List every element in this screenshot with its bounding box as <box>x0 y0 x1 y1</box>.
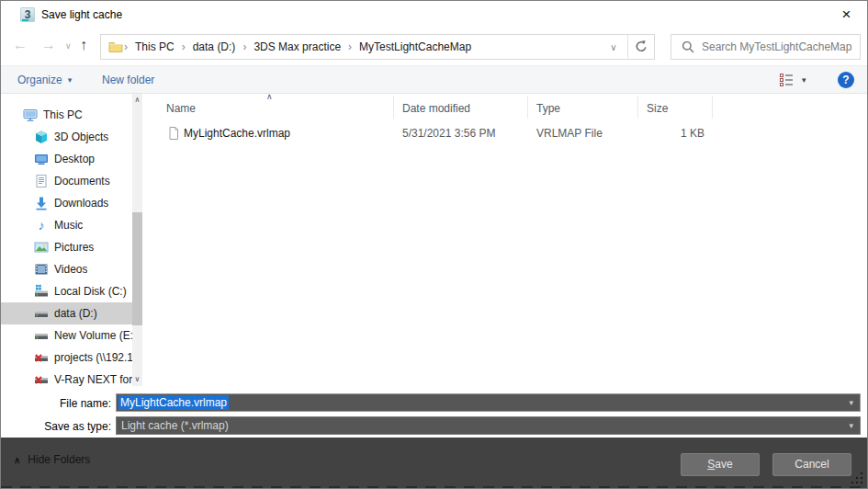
picture-icon <box>34 240 49 255</box>
column-header-name[interactable]: Name <box>166 97 387 119</box>
sidebar-item-data-d[interactable]: data (D:) <box>1 302 132 324</box>
sidebar-item-label: Music <box>54 219 83 232</box>
document-icon <box>34 174 49 188</box>
file-name-label: File name: <box>24 397 111 410</box>
back-icon[interactable]: ← <box>13 36 28 54</box>
organize-label: Organize <box>17 74 62 86</box>
file-name-value: MyLightCache.vrlmap <box>118 395 229 410</box>
video-icon <box>34 262 49 277</box>
column-separator[interactable] <box>712 97 713 119</box>
file-name-dropdown-icon[interactable]: ▾ <box>849 398 853 407</box>
title-bar: 3 Save light cache × <box>1 1 867 28</box>
column-header-type[interactable]: Type <box>536 97 632 119</box>
save-as-type-label: Save as type: <box>24 420 111 433</box>
sidebar-item-label: This PC <box>43 108 83 121</box>
file-row[interactable]: MyLightCache.vrlmap 5/31/2021 3:56 PM VR… <box>1 123 868 143</box>
window-title: Save light cache <box>41 8 122 21</box>
chevron-up-icon: ∧ <box>14 455 20 465</box>
new-folder-label: New folder <box>102 74 154 86</box>
column-separator[interactable] <box>393 97 394 119</box>
breadcrumb-mytestlightcachemap[interactable]: MyTestLightCacheMap <box>353 40 478 53</box>
resize-grip[interactable] <box>861 482 862 483</box>
bottom-edge-dashes <box>1 486 867 488</box>
sidebar-item-label: V-Ray NEXT for <box>54 373 132 386</box>
music-note-icon: ♪ <box>34 218 49 233</box>
drive-icon <box>34 306 49 321</box>
save-light-cache-dialog: 3 Save light cache × ← → ∨ ↑ › This PC ›… <box>0 0 868 489</box>
column-separator[interactable] <box>527 97 528 119</box>
hide-folders-label: Hide Folders <box>28 453 90 466</box>
address-bar[interactable]: › This PC › data (D:) › 3DS Max practice… <box>100 34 655 60</box>
column-separator[interactable] <box>637 97 638 119</box>
save-button[interactable]: Save <box>681 453 760 476</box>
sidebar-item-label: Pictures <box>54 241 94 254</box>
column-header-size[interactable]: Size <box>647 97 707 119</box>
scroll-down-icon[interactable]: ∨ <box>132 373 142 386</box>
sidebar-item-label: data (D:) <box>54 307 97 320</box>
column-header-date-modified[interactable]: Date modified <box>402 97 522 119</box>
sidebar-item-label: projects (\\192.1 <box>54 351 132 364</box>
save-as-type-select[interactable]: Light cache (*.vrlmap) ▾ <box>116 416 861 435</box>
disconnected-network-drive-icon <box>34 350 49 365</box>
folder-icon <box>108 40 123 54</box>
computer-icon <box>23 108 38 122</box>
organize-button[interactable]: Organize ▾ <box>12 66 77 93</box>
scrollbar-thumb[interactable] <box>132 212 142 325</box>
sidebar-item-label: Desktop <box>54 153 95 165</box>
search-icon <box>682 40 694 53</box>
scroll-up-icon[interactable]: ∧ <box>132 94 142 107</box>
search-box[interactable] <box>671 34 861 60</box>
up-icon[interactable]: ↑ <box>80 36 87 54</box>
details-view-icon[interactable] <box>780 74 794 86</box>
sidebar-item-music[interactable]: ♪ Music <box>1 214 132 236</box>
sidebar-item-desktop[interactable]: Desktop <box>1 148 132 170</box>
forward-icon[interactable]: → <box>41 36 56 54</box>
views-dropdown-icon[interactable]: ▾ <box>802 75 806 85</box>
sidebar-item-local-disk-c[interactable]: Local Disk (C:) <box>1 280 132 302</box>
search-input[interactable] <box>702 40 860 53</box>
system-drive-icon <box>34 284 49 299</box>
sidebar-item-pictures[interactable]: Pictures <box>1 236 132 258</box>
close-icon[interactable]: × <box>826 1 867 28</box>
desktop-icon <box>34 152 49 166</box>
sidebar-item-downloads[interactable]: Downloads <box>1 192 132 214</box>
disconnected-network-drive-icon <box>34 372 49 387</box>
file-type: VRLMAP File <box>536 123 603 143</box>
sidebar-item-projects-network-drive[interactable]: projects (\\192.1 <box>1 347 132 369</box>
drive-icon <box>34 328 49 343</box>
sidebar-item-documents[interactable]: Documents <box>1 170 132 192</box>
file-name-input[interactable]: MyLightCache.vrlmap ▾ <box>116 393 861 412</box>
cancel-button[interactable]: Cancel <box>772 453 851 476</box>
download-arrow-icon <box>34 196 49 210</box>
file-size: 1 KB <box>638 123 705 143</box>
hide-folders-button[interactable]: ∧ Hide Folders <box>14 453 90 466</box>
file-name: MyLightCache.vrlmap <box>184 123 290 143</box>
file-date-modified: 5/31/2021 3:56 PM <box>402 123 495 143</box>
help-icon[interactable]: ? <box>838 72 854 88</box>
recent-locations-chevron-icon[interactable]: ∨ <box>65 41 72 51</box>
sidebar-item-label: Local Disk (C:) <box>54 285 127 298</box>
breadcrumb-this-pc[interactable]: This PC <box>129 40 181 53</box>
new-folder-button[interactable]: New folder <box>96 66 160 93</box>
sidebar-item-label: New Volume (E:) <box>54 329 132 342</box>
file-icon <box>166 123 181 143</box>
breadcrumb-3ds-max-practice[interactable]: 3DS Max practice <box>247 40 347 53</box>
organize-dropdown-icon: ▾ <box>68 75 73 85</box>
sidebar-item-label: Videos <box>54 263 87 276</box>
address-dropdown-icon[interactable]: ∨ <box>600 42 627 52</box>
breadcrumb-data-d[interactable]: data (D:) <box>186 40 242 53</box>
sidebar-item-label: Downloads <box>54 197 108 210</box>
sidebar-item-new-volume-e[interactable]: New Volume (E:) <box>1 324 132 347</box>
dialog-footer-bar: ∧ Hide Folders Save Cancel <box>1 438 867 488</box>
save-as-type-value: Light cache (*.vrlmap) <box>121 419 229 432</box>
refresh-icon[interactable] <box>628 40 654 54</box>
sidebar-item-label: Documents <box>54 175 110 188</box>
3dsmax-app-icon: 3 <box>20 7 35 22</box>
save-as-type-dropdown-icon[interactable]: ▾ <box>849 421 853 430</box>
sidebar-item-vray-network-drive[interactable]: V-Ray NEXT for <box>1 369 132 387</box>
sidebar-item-videos[interactable]: Videos <box>1 258 132 280</box>
